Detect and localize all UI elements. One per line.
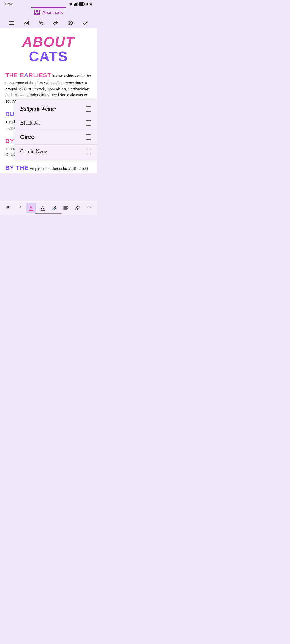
- image-icon[interactable]: [23, 20, 29, 26]
- wifi-icon: [69, 2, 73, 6]
- svg-rect-5: [79, 3, 83, 5]
- top-bar: About cats: [0, 8, 97, 18]
- document-title: About cats: [42, 10, 63, 15]
- font-item-blackjar[interactable]: Black Jar: [15, 116, 97, 130]
- signal-icon: [74, 2, 78, 6]
- paragraph-1: THE EARLIEST known evidence for the occu…: [5, 71, 91, 104]
- more-button[interactable]: [84, 203, 94, 213]
- preview-icon[interactable]: [67, 20, 73, 26]
- svg-rect-7: [36, 10, 38, 12]
- font-name-ballpark: Ballpark Weiner: [20, 106, 56, 112]
- status-time: 11:59: [4, 2, 13, 6]
- highlight-swatch: [41, 210, 45, 211]
- font-checkbox-circo[interactable]: [86, 134, 91, 140]
- undo-icon[interactable]: [38, 20, 44, 26]
- link-icon: [75, 205, 80, 211]
- align-button[interactable]: [61, 203, 71, 213]
- drop-cap-4: BY THE: [5, 164, 28, 171]
- fill-icon: [52, 206, 57, 210]
- font-checkbox-blackjar[interactable]: [86, 120, 91, 126]
- svg-rect-9: [36, 13, 37, 14]
- svg-point-22: [88, 207, 89, 208]
- document-area[interactable]: ABOUT CATS THE EARLIEST known evidence f…: [0, 28, 97, 173]
- home-indicator: [35, 213, 62, 214]
- font-checkbox-comic[interactable]: [86, 149, 91, 154]
- fill-button[interactable]: [49, 203, 59, 213]
- battery-icon: [79, 2, 85, 6]
- menu-icon[interactable]: [9, 20, 15, 26]
- title-about: ABOUT: [5, 35, 91, 49]
- font-item-comic[interactable]: Comic Neue: [15, 145, 97, 158]
- svg-point-14: [27, 22, 28, 23]
- font-item-circo[interactable]: Circo: [15, 130, 97, 145]
- redo-icon[interactable]: [53, 20, 59, 26]
- paragraph-4: BY THE Empire in t... domestic c... Sea …: [5, 163, 91, 173]
- svg-rect-1: [75, 3, 76, 6]
- font-size-icon: T↑: [18, 206, 21, 210]
- highlight-icon: A: [41, 205, 44, 210]
- link-button[interactable]: [73, 203, 82, 213]
- battery-percentage: 90%: [86, 2, 92, 6]
- check-icon[interactable]: [82, 20, 88, 26]
- save-icon[interactable]: [34, 9, 40, 16]
- title-cats: CATS: [5, 49, 91, 64]
- font-color-icon: A: [30, 205, 32, 210]
- font-item-ballpark[interactable]: Ballpark Weiner: [15, 102, 97, 116]
- bold-button[interactable]: B: [3, 203, 13, 213]
- font-name-blackjar: Black Jar: [20, 120, 40, 126]
- svg-point-21: [87, 207, 88, 208]
- align-icon: [63, 206, 68, 210]
- status-bar: 11:59 90%: [0, 0, 97, 7]
- font-checkbox-ballpark[interactable]: [86, 106, 91, 112]
- font-name-circo: Circo: [20, 134, 35, 141]
- status-icons: 90%: [69, 2, 92, 6]
- svg-point-15: [70, 22, 71, 24]
- font-picker-overlay: Ballpark Weiner Black Jar Circo Comic Ne…: [15, 100, 97, 160]
- drop-cap-1: THE EARLIEST: [5, 72, 51, 79]
- svg-rect-2: [76, 3, 77, 6]
- more-icon: [86, 205, 92, 211]
- svg-point-23: [90, 207, 91, 208]
- font-color-swatch: [29, 210, 33, 211]
- toolbar: [0, 18, 97, 28]
- svg-rect-0: [74, 4, 75, 6]
- font-name-comic: Comic Neue: [20, 148, 47, 155]
- bold-icon: B: [6, 206, 10, 210]
- document-title-area: ABOUT CATS: [5, 35, 91, 64]
- highlight-button[interactable]: A: [38, 203, 48, 213]
- font-size-button[interactable]: T↑: [15, 203, 24, 213]
- font-color-button[interactable]: A: [26, 203, 36, 213]
- svg-rect-3: [77, 2, 78, 6]
